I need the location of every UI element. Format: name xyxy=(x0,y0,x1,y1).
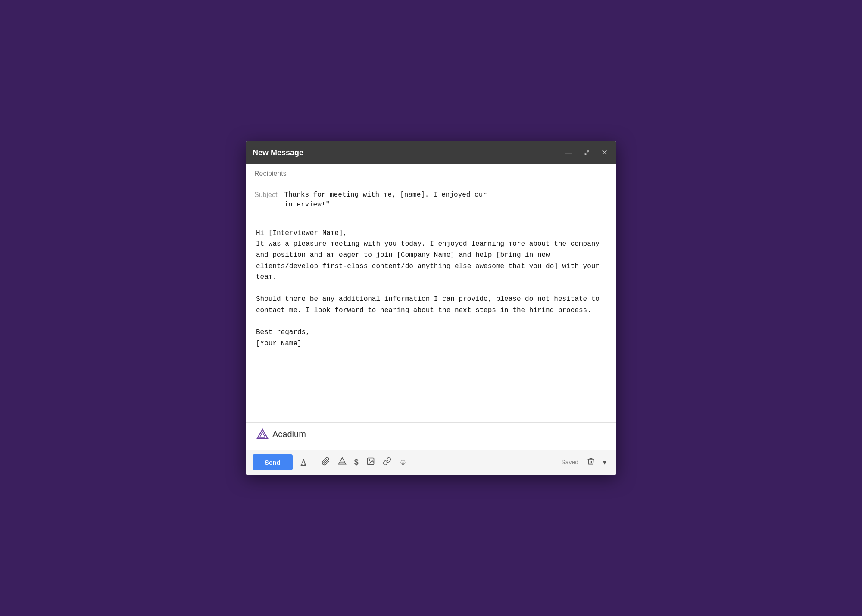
emoji-button[interactable]: ☺ xyxy=(396,456,410,469)
more-options-button[interactable]: ▾ xyxy=(600,456,609,469)
modal-title: New Message xyxy=(253,148,303,157)
trash-icon xyxy=(587,457,595,468)
insert-image-button[interactable] xyxy=(363,455,378,470)
svg-marker-2 xyxy=(338,458,346,464)
image-icon xyxy=(366,457,375,468)
insert-link-button[interactable] xyxy=(380,455,394,470)
subject-row: Subject Thanks for meeting with me, [nam… xyxy=(246,184,616,216)
subject-label: Subject xyxy=(254,190,277,199)
saved-status: Saved xyxy=(561,459,578,466)
font-format-button[interactable]: A xyxy=(298,456,309,469)
attach-button[interactable] xyxy=(319,455,333,470)
compose-modal: New Message — ⤢ ✕ Subject Thanks for mee… xyxy=(246,141,616,475)
delete-button[interactable] xyxy=(584,455,598,470)
acadium-brand-name: Acadium xyxy=(272,429,306,439)
dollar-icon: $ xyxy=(354,458,359,467)
maximize-button[interactable]: ⤢ xyxy=(582,148,592,157)
close-button[interactable]: ✕ xyxy=(600,148,609,157)
acadium-logo: Acadium xyxy=(256,428,606,441)
minimize-button[interactable]: — xyxy=(563,148,574,157)
drive-icon xyxy=(338,457,347,468)
recipients-row xyxy=(246,164,616,184)
subject-input[interactable]: Thanks for meeting with me, [name]. I en… xyxy=(284,190,608,210)
emoji-icon: ☺ xyxy=(399,458,407,467)
attach-icon xyxy=(322,457,330,468)
toolbar-divider-1 xyxy=(314,457,314,467)
link-icon xyxy=(383,457,391,468)
body-area: Hi [Interviewer Name], It was a pleasure… xyxy=(246,216,616,423)
signature-area: Acadium xyxy=(246,423,616,450)
window-controls: — ⤢ ✕ xyxy=(563,148,609,157)
svg-point-5 xyxy=(369,460,370,461)
font-icon: A xyxy=(301,458,306,467)
drive-button[interactable] xyxy=(335,455,350,470)
acadium-icon xyxy=(256,428,269,441)
compose-toolbar: Send A $ xyxy=(246,450,616,475)
recipients-input[interactable] xyxy=(254,170,608,178)
payment-button[interactable]: $ xyxy=(351,456,362,469)
send-button[interactable]: Send xyxy=(253,454,293,470)
title-bar: New Message — ⤢ ✕ xyxy=(246,141,616,164)
chevron-down-icon: ▾ xyxy=(603,459,606,466)
body-textarea[interactable]: Hi [Interviewer Name], It was a pleasure… xyxy=(256,228,606,409)
